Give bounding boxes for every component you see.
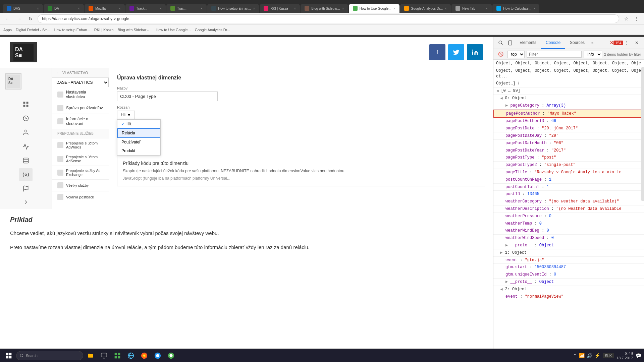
- tab-9[interactable]: Google Analytics Dr...×: [400, 4, 451, 13]
- postcountonpage-val: 1: [549, 177, 551, 182]
- ga-settings[interactable]: Nastavenia vlastníctva: [52, 87, 109, 102]
- ga-adwords[interactable]: Prepojenie s účtom AdWords: [52, 138, 109, 152]
- taskbar-browser4[interactable]: [165, 350, 177, 362]
- tab-elements[interactable]: Elements: [515, 37, 541, 49]
- ga-users[interactable]: Správa používateľov: [52, 102, 109, 114]
- bookmark-5[interactable]: How to Use Google...: [156, 28, 191, 32]
- filter-input[interactable]: [527, 51, 582, 58]
- bookmark-3[interactable]: RKI | Kasza: [94, 28, 114, 32]
- level-select[interactable]: Info: [584, 51, 602, 58]
- devtools-device-button[interactable]: [505, 38, 515, 48]
- pagepostdate-key: pagePostDate: [505, 126, 534, 131]
- ga-nav-dashboard[interactable]: [19, 98, 33, 111]
- tab-0[interactable]: DAS×: [3, 4, 43, 13]
- scope-option-hit[interactable]: ✓ Hit: [117, 120, 160, 128]
- devtools-error-button[interactable]: ✕ 154: [612, 38, 621, 48]
- lang-indicator[interactable]: SLK: [603, 353, 614, 358]
- ga-postback[interactable]: Volania postback: [52, 191, 109, 203]
- star-button[interactable]: ☆: [622, 14, 631, 23]
- bookmark-apps[interactable]: Apps: [3, 28, 12, 32]
- taskbar-computer[interactable]: [98, 350, 110, 362]
- forward-button[interactable]: →: [15, 14, 23, 23]
- ga-nav-behavior[interactable]: [19, 154, 33, 167]
- ga-nav-user[interactable]: [19, 126, 33, 139]
- tab-11[interactable]: How to Calculate...×: [492, 4, 539, 13]
- obj1-expand-arrow[interactable]: ▶: [500, 250, 502, 255]
- scope-option-relacia[interactable]: Relácia: [117, 128, 160, 138]
- sys-volume[interactable]: 🔊: [587, 353, 592, 358]
- pagecat-expand[interactable]: ▶: [505, 103, 508, 108]
- tab-console[interactable]: Console: [541, 37, 565, 49]
- devtools-scrollbar[interactable]: [641, 67, 644, 201]
- obj0-expand-arrow[interactable]: ▼: [498, 97, 504, 100]
- scope-option-pouzivatel[interactable]: Používateľ: [117, 138, 160, 146]
- console-pagetitle: pageTitle : "Rozsahy v Google Analytics …: [493, 169, 644, 176]
- devtools-more-tabs[interactable]: »: [589, 41, 596, 45]
- ga-tracking[interactable]: Informácie o sledovaní: [52, 114, 109, 129]
- ga-adsense[interactable]: Prepojenie s účtom AdSense: [52, 152, 109, 166]
- tab-7[interactable]: Blog with Sidebar...×: [301, 4, 348, 13]
- address-bar[interactable]: [38, 14, 619, 23]
- twitter-button[interactable]: [448, 44, 464, 60]
- ga-ad-exchange[interactable]: Prepojenie služby Ad Exchange: [52, 166, 109, 180]
- tab-10[interactable]: New Tab×: [451, 4, 492, 13]
- facebook-button[interactable]: f: [429, 44, 445, 60]
- taskbar-search[interactable]: Search: [16, 351, 83, 360]
- console-obj2-expand[interactable]: ▼ 2: Object: [493, 286, 644, 293]
- tab-5[interactable]: How to setup Enhan...×: [207, 4, 259, 13]
- sys-up-arrow[interactable]: ⌃: [573, 353, 577, 358]
- taskbar-apps[interactable]: [111, 350, 123, 362]
- ga-nav-flag[interactable]: [19, 182, 33, 195]
- console-obj1-expand[interactable]: ▶ 1: Object: [493, 249, 644, 257]
- clear-console-button[interactable]: 🚫: [496, 50, 505, 59]
- obj2-expand-arrow[interactable]: ▼: [498, 288, 504, 291]
- proto2-expand[interactable]: ▶: [505, 280, 508, 284]
- sys-power[interactable]: ⚡: [594, 353, 600, 358]
- tab-1[interactable]: DA×: [44, 4, 84, 13]
- devtools-inspect-button[interactable]: [496, 38, 505, 48]
- tab-6[interactable]: RKI | Kasza×: [260, 4, 300, 13]
- tab-2[interactable]: Mozilla×: [85, 4, 125, 13]
- proto1-expand[interactable]: ▶: [505, 243, 508, 248]
- scope-option-produkt[interactable]: Produkt: [117, 146, 160, 155]
- pagetitle-val: "Rozsahy v Google Analytics a ako ic: [534, 170, 621, 175]
- svg-point-12: [25, 130, 27, 132]
- browser-chrome: DAS× DA× Mozilla× Track...× Trac...× How…: [0, 0, 644, 37]
- menu-button[interactable]: ⋮: [632, 14, 641, 23]
- array-expand-arrow[interactable]: ▼: [494, 90, 500, 92]
- tab-8[interactable]: How to Use Google...×: [349, 4, 399, 13]
- start-button[interactable]: [3, 350, 15, 362]
- back-button[interactable]: ←: [3, 14, 12, 23]
- ga-nav-admin[interactable]: [19, 168, 33, 181]
- bookmark-4[interactable]: Blog with Sidebar -...: [118, 28, 152, 32]
- console-obj0-expand[interactable]: ▼ 0: Object: [493, 95, 644, 102]
- name-input[interactable]: [117, 92, 218, 101]
- bookmark-2[interactable]: How to setup Enhan...: [54, 28, 90, 32]
- taskbar-browser3[interactable]: [152, 350, 164, 362]
- ga-all-services[interactable]: Všetky služby: [52, 180, 109, 191]
- sys-notification[interactable]: 💬: [636, 353, 641, 358]
- sys-network[interactable]: 📶: [579, 353, 585, 358]
- bookmark-6[interactable]: Google Analytics Dr...: [195, 28, 230, 32]
- ga-nav-clock[interactable]: [19, 112, 33, 125]
- taskbar-browser2[interactable]: [138, 350, 150, 362]
- scope-select[interactable]: top: [507, 51, 525, 58]
- ga-nav-acquisition[interactable]: [19, 140, 33, 153]
- bookmark-1[interactable]: Digital Debrief - Str...: [16, 28, 50, 32]
- tab-sources[interactable]: Sources: [565, 37, 589, 49]
- tab-4[interactable]: Trac...×: [166, 4, 207, 13]
- taskbar-browser1[interactable]: [125, 350, 137, 362]
- reload-button[interactable]: ↻: [26, 14, 35, 23]
- devtools-settings-button[interactable]: ⋮: [622, 38, 631, 48]
- tab-3[interactable]: Track...×: [125, 4, 166, 13]
- taskbar-files[interactable]: [85, 350, 97, 362]
- scope-dropdown-button[interactable]: Hit ▼: [117, 111, 135, 119]
- devtools-close-button[interactable]: ✕: [632, 38, 641, 48]
- console-event2: event : "normalPageView": [493, 293, 644, 301]
- ga-account-selector[interactable]: DASE - ANALYTICS: [52, 78, 109, 87]
- linkedin-button[interactable]: [467, 44, 483, 60]
- clock-date: 18.7.2017: [616, 356, 633, 360]
- ga-back-button[interactable]: ←: [56, 71, 60, 75]
- console-array-expand[interactable]: ▼ [0 … 99]: [493, 87, 644, 95]
- ga-nav-expand[interactable]: [22, 196, 29, 209]
